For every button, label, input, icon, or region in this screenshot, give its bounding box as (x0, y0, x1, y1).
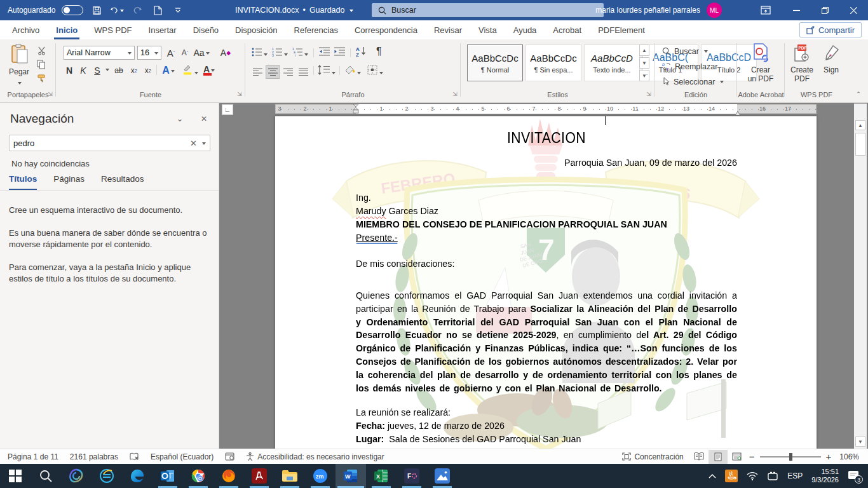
grow-font-button[interactable]: Aˆ (164, 46, 178, 60)
doc-meeting-line[interactable]: La reunión se realizará: (356, 406, 737, 418)
replace-button[interactable]: bc Reemplazar (662, 60, 717, 73)
taskbar-ie-icon[interactable] (92, 464, 122, 488)
create-pdf-acrobat-button[interactable]: Crear un PDF (742, 43, 779, 83)
doc-lugar-line[interactable]: Lugar: Sala de Sesiones del GAD Parroqui… (356, 433, 737, 445)
align-left-button[interactable] (250, 65, 264, 79)
doc-addr-line2[interactable]: Marudy Garces Diaz (356, 205, 737, 217)
zoom-slider-thumb[interactable] (789, 453, 792, 461)
undo-icon[interactable] (110, 4, 124, 17)
tray-clock[interactable]: 15:51 9/3/2026 (811, 468, 839, 484)
word-count[interactable]: 2161 palabras (64, 449, 124, 464)
read-mode-view-icon[interactable] (689, 450, 709, 464)
avatar[interactable]: ML (707, 3, 722, 18)
nav-search-box[interactable]: pedro ✕ (9, 135, 210, 151)
nav-tab-resultados[interactable]: Resultados (101, 174, 144, 191)
doc-date-line[interactable]: Parroquia San Juan, 09 de marzo del 2026 (356, 156, 737, 168)
java-tray-icon[interactable] (725, 470, 738, 482)
tab-vista[interactable]: Vista (470, 20, 505, 39)
tab-correspondencia[interactable]: Correspondencia (346, 20, 426, 39)
paragraph-dialog-launcher-icon[interactable]: ⇲ (451, 90, 459, 98)
numbering-button[interactable]: 123 (272, 47, 288, 59)
minimize-button[interactable] (782, 0, 811, 20)
restore-button[interactable] (811, 0, 839, 20)
tab-pdfelement[interactable]: PDFElement (590, 20, 653, 39)
select-button[interactable]: Seleccionar (662, 75, 724, 88)
focus-mode-button[interactable]: Concentración (616, 449, 689, 464)
bullets-button[interactable] (252, 47, 268, 59)
style-texto-inde-[interactable]: AaBbCcDTexto inde... (584, 44, 640, 81)
quick-access-menu-icon[interactable] (171, 4, 185, 17)
format-painter-icon[interactable] (37, 74, 46, 83)
macro-icon[interactable] (219, 449, 240, 464)
keyboard-language[interactable]: ESP (787, 471, 803, 480)
text-effects-button[interactable]: A (161, 64, 175, 78)
line-spacing-button[interactable] (318, 65, 336, 78)
tab-acrobat[interactable]: Acrobat (545, 20, 590, 39)
doc-body-paragraph[interactable]: Quienes conformamos el GAD Parroquial Sa… (356, 289, 737, 395)
font-dialog-launcher-icon[interactable]: ⇲ (236, 90, 243, 98)
notifications-icon[interactable]: 3 (848, 470, 860, 482)
bold-button[interactable]: N (62, 64, 76, 78)
wifi-tray-icon[interactable] (747, 471, 758, 480)
doc-addr-line1[interactable]: Ing. (356, 191, 737, 203)
underline-dropdown-icon[interactable] (105, 69, 109, 73)
doc-addr-line3[interactable]: MIEMBRO DEL CONSEJO DE PLANIFICACION PAR… (356, 218, 737, 230)
highlight-button[interactable] (182, 64, 198, 78)
save-icon[interactable] (90, 4, 104, 17)
doc-fecha-line[interactable]: Fecha: jueves, 12 de marzo de 2026 (356, 419, 737, 431)
font-name-combo[interactable]: Arial Narrow (64, 46, 135, 60)
italic-button[interactable]: K (76, 64, 90, 78)
language-indicator[interactable]: Español (Ecuador) (145, 449, 219, 464)
clipboard-dialog-launcher-icon[interactable]: ⇲ (46, 90, 54, 98)
zoom-slider[interactable] (760, 450, 821, 464)
taskbar-pdfelement-icon[interactable]: F (397, 464, 427, 488)
meet-now-tray-icon[interactable] (767, 471, 778, 480)
copy-icon[interactable] (37, 60, 46, 69)
cut-icon[interactable] (37, 46, 46, 55)
change-case-button[interactable]: Aa (194, 46, 208, 60)
taskbar-cortana-icon[interactable] (61, 464, 92, 488)
subscript-button[interactable]: x2 (127, 64, 141, 78)
nav-tab-títulos[interactable]: Títulos (9, 174, 37, 191)
close-button[interactable] (839, 0, 868, 20)
tab-ayuda[interactable]: Ayuda (505, 20, 545, 39)
font-size-combo[interactable]: 16 (137, 46, 161, 60)
ribbon-display-options-icon[interactable] (759, 4, 773, 17)
new-document-icon[interactable] (151, 4, 165, 17)
align-right-button[interactable] (281, 65, 295, 79)
tab-diseño[interactable]: Diseño (185, 20, 227, 39)
styles-scroll-up-icon[interactable]: ▲ (639, 44, 649, 56)
taskbar-acrobat-icon[interactable] (244, 464, 275, 488)
redo-icon[interactable] (130, 4, 144, 17)
shading-button[interactable] (344, 65, 361, 78)
nav-tab-páginas[interactable]: Páginas (53, 174, 85, 191)
nav-search-value[interactable]: pedro (13, 139, 186, 148)
doc-addr-line4[interactable]: Presente.- (356, 231, 737, 243)
paste-button[interactable]: Pegar (5, 43, 33, 88)
taskbar-chrome-icon[interactable] (183, 464, 214, 488)
styles-gallery-more-icon[interactable]: ▼̄ (639, 70, 649, 81)
shrink-font-button[interactable]: Aˇ (178, 46, 192, 60)
strikethrough-button[interactable]: ab (112, 64, 126, 78)
sort-button[interactable]: AZ (356, 46, 369, 59)
vertical-scrollbar[interactable]: ▲ ▼ (854, 104, 867, 449)
web-layout-view-icon[interactable] (728, 450, 747, 464)
titlebar-search-box[interactable]: Buscar (372, 3, 604, 17)
document-text[interactable]: INVITACION Parroquia San Juan, 09 de mar… (356, 116, 737, 449)
taskbar-firefox-icon[interactable] (214, 464, 244, 488)
taskbar-explorer-icon[interactable] (275, 464, 305, 488)
tray-expand-icon[interactable] (709, 473, 716, 478)
multilevel-list-button[interactable]: 1ai (292, 47, 308, 59)
style--sin-espa-[interactable]: AaBbCcDc¶ Sin espa... (526, 44, 581, 81)
find-button[interactable]: Buscar (662, 44, 708, 58)
accessibility-check[interactable]: Accesibilidad: es necesario investigar (240, 449, 390, 464)
increase-indent-button[interactable] (334, 47, 345, 58)
taskbar-start-icon[interactable] (0, 464, 31, 488)
proofing-errors-icon[interactable] (124, 449, 145, 464)
nav-search-dropdown-icon[interactable] (202, 142, 206, 147)
justify-button[interactable] (296, 65, 310, 79)
taskbar-zoom-app-icon[interactable]: zm (305, 464, 336, 488)
share-button[interactable]: Compartir (799, 22, 862, 37)
zoom-in-button[interactable]: + (824, 449, 834, 464)
scroll-down-icon[interactable]: ▼ (855, 437, 865, 447)
